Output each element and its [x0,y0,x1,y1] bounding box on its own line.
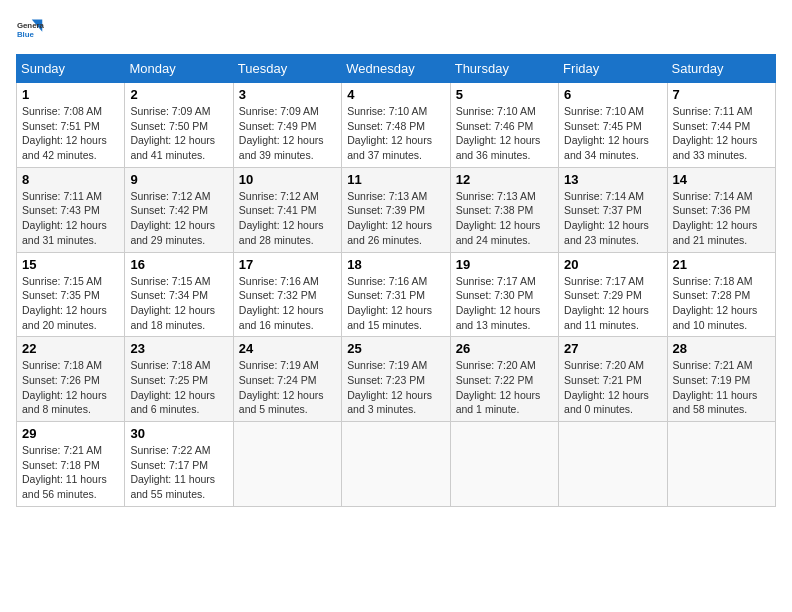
day-number: 16 [130,257,227,272]
day-cell [667,422,775,507]
day-cell: 14Sunrise: 7:14 AMSunset: 7:36 PMDayligh… [667,167,775,252]
day-info: Sunrise: 7:10 AMSunset: 7:45 PMDaylight:… [564,104,661,163]
day-header-tuesday: Tuesday [233,55,341,83]
day-cell: 16Sunrise: 7:15 AMSunset: 7:34 PMDayligh… [125,252,233,337]
day-cell: 23Sunrise: 7:18 AMSunset: 7:25 PMDayligh… [125,337,233,422]
day-info: Sunrise: 7:16 AMSunset: 7:31 PMDaylight:… [347,274,444,333]
day-cell [559,422,667,507]
day-cell: 4Sunrise: 7:10 AMSunset: 7:48 PMDaylight… [342,83,450,168]
day-cell: 26Sunrise: 7:20 AMSunset: 7:22 PMDayligh… [450,337,558,422]
day-header-thursday: Thursday [450,55,558,83]
day-cell: 17Sunrise: 7:16 AMSunset: 7:32 PMDayligh… [233,252,341,337]
day-info: Sunrise: 7:14 AMSunset: 7:37 PMDaylight:… [564,189,661,248]
week-row-3: 15Sunrise: 7:15 AMSunset: 7:35 PMDayligh… [17,252,776,337]
day-number: 18 [347,257,444,272]
day-cell: 13Sunrise: 7:14 AMSunset: 7:37 PMDayligh… [559,167,667,252]
day-info: Sunrise: 7:21 AMSunset: 7:18 PMDaylight:… [22,443,119,502]
day-info: Sunrise: 7:14 AMSunset: 7:36 PMDaylight:… [673,189,770,248]
day-cell: 18Sunrise: 7:16 AMSunset: 7:31 PMDayligh… [342,252,450,337]
day-cell: 8Sunrise: 7:11 AMSunset: 7:43 PMDaylight… [17,167,125,252]
day-info: Sunrise: 7:12 AMSunset: 7:42 PMDaylight:… [130,189,227,248]
day-info: Sunrise: 7:22 AMSunset: 7:17 PMDaylight:… [130,443,227,502]
day-info: Sunrise: 7:13 AMSunset: 7:39 PMDaylight:… [347,189,444,248]
day-info: Sunrise: 7:09 AMSunset: 7:50 PMDaylight:… [130,104,227,163]
day-info: Sunrise: 7:18 AMSunset: 7:25 PMDaylight:… [130,358,227,417]
header: General Blue [16,16,776,44]
day-header-wednesday: Wednesday [342,55,450,83]
day-number: 26 [456,341,553,356]
logo: General Blue [16,16,44,44]
day-header-saturday: Saturday [667,55,775,83]
day-cell: 21Sunrise: 7:18 AMSunset: 7:28 PMDayligh… [667,252,775,337]
week-row-5: 29Sunrise: 7:21 AMSunset: 7:18 PMDayligh… [17,422,776,507]
day-number: 17 [239,257,336,272]
day-info: Sunrise: 7:21 AMSunset: 7:19 PMDaylight:… [673,358,770,417]
day-number: 13 [564,172,661,187]
day-info: Sunrise: 7:18 AMSunset: 7:28 PMDaylight:… [673,274,770,333]
day-number: 3 [239,87,336,102]
day-number: 14 [673,172,770,187]
week-row-2: 8Sunrise: 7:11 AMSunset: 7:43 PMDaylight… [17,167,776,252]
day-info: Sunrise: 7:08 AMSunset: 7:51 PMDaylight:… [22,104,119,163]
day-number: 27 [564,341,661,356]
day-number: 15 [22,257,119,272]
logo-icon: General Blue [16,16,44,44]
day-number: 30 [130,426,227,441]
day-header-sunday: Sunday [17,55,125,83]
day-number: 28 [673,341,770,356]
day-number: 8 [22,172,119,187]
day-number: 19 [456,257,553,272]
day-cell: 20Sunrise: 7:17 AMSunset: 7:29 PMDayligh… [559,252,667,337]
day-number: 25 [347,341,444,356]
day-cell: 29Sunrise: 7:21 AMSunset: 7:18 PMDayligh… [17,422,125,507]
day-info: Sunrise: 7:18 AMSunset: 7:26 PMDaylight:… [22,358,119,417]
day-info: Sunrise: 7:15 AMSunset: 7:34 PMDaylight:… [130,274,227,333]
day-number: 4 [347,87,444,102]
day-cell: 3Sunrise: 7:09 AMSunset: 7:49 PMDaylight… [233,83,341,168]
day-info: Sunrise: 7:20 AMSunset: 7:22 PMDaylight:… [456,358,553,417]
day-info: Sunrise: 7:19 AMSunset: 7:23 PMDaylight:… [347,358,444,417]
day-cell: 19Sunrise: 7:17 AMSunset: 7:30 PMDayligh… [450,252,558,337]
day-info: Sunrise: 7:17 AMSunset: 7:29 PMDaylight:… [564,274,661,333]
day-cell: 28Sunrise: 7:21 AMSunset: 7:19 PMDayligh… [667,337,775,422]
day-info: Sunrise: 7:13 AMSunset: 7:38 PMDaylight:… [456,189,553,248]
day-number: 12 [456,172,553,187]
day-number: 11 [347,172,444,187]
calendar-table: SundayMondayTuesdayWednesdayThursdayFrid… [16,54,776,507]
day-info: Sunrise: 7:17 AMSunset: 7:30 PMDaylight:… [456,274,553,333]
day-cell: 24Sunrise: 7:19 AMSunset: 7:24 PMDayligh… [233,337,341,422]
day-header-monday: Monday [125,55,233,83]
day-cell: 7Sunrise: 7:11 AMSunset: 7:44 PMDaylight… [667,83,775,168]
day-cell: 22Sunrise: 7:18 AMSunset: 7:26 PMDayligh… [17,337,125,422]
day-cell: 15Sunrise: 7:15 AMSunset: 7:35 PMDayligh… [17,252,125,337]
svg-text:General: General [17,21,44,30]
day-number: 5 [456,87,553,102]
day-number: 10 [239,172,336,187]
day-cell [233,422,341,507]
day-number: 22 [22,341,119,356]
day-cell: 30Sunrise: 7:22 AMSunset: 7:17 PMDayligh… [125,422,233,507]
day-cell [342,422,450,507]
day-info: Sunrise: 7:11 AMSunset: 7:43 PMDaylight:… [22,189,119,248]
day-info: Sunrise: 7:09 AMSunset: 7:49 PMDaylight:… [239,104,336,163]
day-info: Sunrise: 7:11 AMSunset: 7:44 PMDaylight:… [673,104,770,163]
day-cell: 2Sunrise: 7:09 AMSunset: 7:50 PMDaylight… [125,83,233,168]
day-cell: 5Sunrise: 7:10 AMSunset: 7:46 PMDaylight… [450,83,558,168]
day-number: 7 [673,87,770,102]
day-info: Sunrise: 7:20 AMSunset: 7:21 PMDaylight:… [564,358,661,417]
calendar-header-row: SundayMondayTuesdayWednesdayThursdayFrid… [17,55,776,83]
svg-text:Blue: Blue [17,30,35,39]
day-cell: 27Sunrise: 7:20 AMSunset: 7:21 PMDayligh… [559,337,667,422]
week-row-4: 22Sunrise: 7:18 AMSunset: 7:26 PMDayligh… [17,337,776,422]
day-number: 21 [673,257,770,272]
day-number: 29 [22,426,119,441]
day-number: 2 [130,87,227,102]
day-info: Sunrise: 7:12 AMSunset: 7:41 PMDaylight:… [239,189,336,248]
day-number: 20 [564,257,661,272]
day-cell [450,422,558,507]
day-number: 9 [130,172,227,187]
day-cell: 9Sunrise: 7:12 AMSunset: 7:42 PMDaylight… [125,167,233,252]
day-info: Sunrise: 7:10 AMSunset: 7:46 PMDaylight:… [456,104,553,163]
calendar-body: 1Sunrise: 7:08 AMSunset: 7:51 PMDaylight… [17,83,776,507]
day-number: 23 [130,341,227,356]
